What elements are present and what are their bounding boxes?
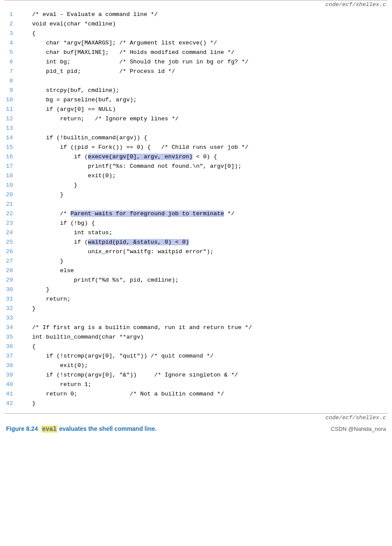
line-content: exit(0); bbox=[18, 361, 392, 370]
line-number: 25 bbox=[0, 239, 18, 245]
line-content: strcpy(buf, cmdline); bbox=[18, 86, 392, 95]
line-number: 5 bbox=[0, 49, 18, 56]
line-content: return 1; bbox=[18, 380, 392, 389]
line-number: 34 bbox=[0, 324, 18, 331]
line-content: if (!bg) { bbox=[18, 219, 392, 228]
line-content: void eval(char *cmdline) bbox=[18, 20, 392, 29]
line-number: 21 bbox=[0, 201, 18, 207]
code-line: 33 bbox=[0, 314, 392, 323]
line-number: 38 bbox=[0, 362, 18, 369]
line-content: /* If first arg is a builtin command, ru… bbox=[18, 323, 392, 333]
line-content: else bbox=[18, 267, 392, 276]
line-number: 26 bbox=[0, 248, 18, 255]
code-line: 5 char buf[MAXLINE]; /* Holds modified c… bbox=[0, 48, 392, 58]
line-content: unix_error("waitfg: waitpid error"); bbox=[18, 248, 392, 257]
code-line: 36 { bbox=[0, 342, 392, 352]
line-content bbox=[18, 314, 392, 323]
code-line: 1 /* eval - Evaluate a command line */ bbox=[0, 10, 392, 20]
line-number: 28 bbox=[0, 267, 18, 274]
line-number: 22 bbox=[0, 210, 18, 217]
line-content: return; bbox=[18, 295, 392, 304]
line-number: 42 bbox=[0, 400, 18, 407]
code-line: 23 if (!bg) { bbox=[0, 219, 392, 229]
highlight-execve: execve(argv[0], argv, environ) bbox=[88, 154, 193, 160]
line-number: 30 bbox=[0, 286, 18, 293]
caption-credit: CSDN @Nahida_nora bbox=[331, 426, 386, 432]
line-number: 39 bbox=[0, 372, 18, 378]
line-content: { bbox=[18, 29, 392, 38]
code-line: 29 printf("%d %s", pid, cmdline); bbox=[0, 276, 392, 286]
line-number: 18 bbox=[0, 173, 18, 179]
line-content: if (!strcmp(argv[0], "quit")) /* quit co… bbox=[18, 352, 392, 361]
file-label-top: code/ecf/shellex.c bbox=[0, 0, 392, 9]
code-line: 35 int builtin_command(char **argv) bbox=[0, 333, 392, 342]
code-line: 30 } bbox=[0, 286, 392, 295]
line-content: } bbox=[18, 191, 392, 200]
line-number: 8 bbox=[0, 78, 18, 84]
code-line: 20 } bbox=[0, 191, 392, 200]
code-line: 39 if (!strcmp(argv[0], "&")) /* Ignore … bbox=[0, 371, 392, 380]
code-line: 27 } bbox=[0, 257, 392, 267]
line-content: { bbox=[18, 342, 392, 351]
line-content: pid_t pid; /* Process id */ bbox=[18, 67, 392, 76]
line-number: 7 bbox=[0, 68, 18, 75]
line-number: 2 bbox=[0, 21, 18, 27]
code-line: 24 int status; bbox=[0, 229, 392, 238]
line-number: 6 bbox=[0, 59, 18, 65]
line-content: int status; bbox=[18, 229, 392, 238]
line-content: exit(0); bbox=[18, 172, 392, 181]
line-number: 24 bbox=[0, 229, 18, 236]
code-line: 16 if (execve(argv[0], argv, environ) < … bbox=[0, 153, 392, 162]
code-line: 41 return 0; /* Not a builtin command */ bbox=[0, 390, 392, 399]
line-number: 1 bbox=[0, 11, 18, 18]
line-number: 13 bbox=[0, 125, 18, 132]
line-content: printf("%d %s", pid, cmdline); bbox=[18, 276, 392, 285]
line-content: } bbox=[18, 181, 392, 190]
line-content: int builtin_command(char **argv) bbox=[18, 333, 392, 342]
code-line: 26 unix_error("waitfg: waitpid error"); bbox=[0, 248, 392, 257]
line-content: printf("%s: Command not found.\n", argv[… bbox=[18, 162, 392, 171]
line-number: 17 bbox=[0, 163, 18, 169]
code-line: 22 /* Parent waits for foreground job to… bbox=[0, 210, 392, 219]
line-number: 41 bbox=[0, 391, 18, 397]
line-content: /* Parent waits for foreground job to te… bbox=[18, 210, 392, 219]
code-line: 14 if (!builtin_command(argv)) { bbox=[0, 134, 392, 143]
line-number: 32 bbox=[0, 305, 18, 312]
code-line: 17 printf("%s: Command not found.\n", ar… bbox=[0, 162, 392, 172]
line-number: 31 bbox=[0, 296, 18, 302]
code-line: 40 return 1; bbox=[0, 380, 392, 390]
line-content: bg = parseline(buf, argv); bbox=[18, 96, 392, 105]
line-number: 15 bbox=[0, 144, 18, 151]
line-number: 40 bbox=[0, 381, 18, 388]
line-number: 4 bbox=[0, 40, 18, 46]
code-line: 9 strcpy(buf, cmdline); bbox=[0, 86, 392, 96]
caption-text: Figure 8.24 eval evaluates the shell com… bbox=[6, 425, 157, 433]
line-number: 16 bbox=[0, 154, 18, 160]
line-number: 33 bbox=[0, 315, 18, 321]
highlight-waitpid: waitpid(pid, &status, 0) < 0) bbox=[88, 239, 189, 245]
line-content: if (waitpid(pid, &status, 0) < 0) bbox=[18, 238, 392, 247]
line-content: } bbox=[18, 304, 392, 314]
code-line: 13 bbox=[0, 124, 392, 134]
page-container: code/ecf/shellex.c 1 /* eval - Evaluate … bbox=[0, 0, 392, 546]
file-label-bottom: code/ecf/shellex.c bbox=[0, 414, 392, 422]
line-content: if (argv[0] == NULL) bbox=[18, 105, 392, 114]
code-line: 34 /* If first arg is a builtin command,… bbox=[0, 323, 392, 333]
code-line: 31 return; bbox=[0, 295, 392, 304]
line-number: 36 bbox=[0, 343, 18, 350]
line-number: 9 bbox=[0, 87, 18, 94]
line-number: 37 bbox=[0, 353, 18, 359]
line-number: 19 bbox=[0, 182, 18, 188]
code-line: 25 if (waitpid(pid, &status, 0) < 0) bbox=[0, 238, 392, 248]
line-number: 12 bbox=[0, 116, 18, 122]
line-content bbox=[18, 200, 392, 209]
code-line: 11 if (argv[0] == NULL) bbox=[0, 105, 392, 115]
line-content: int bg; /* Should the job run in bg or f… bbox=[18, 58, 392, 67]
line-content: /* eval - Evaluate a command line */ bbox=[18, 10, 392, 19]
code-line: 3 { bbox=[0, 29, 392, 39]
code-line: 19 } bbox=[0, 181, 392, 191]
line-content: } bbox=[18, 399, 392, 408]
figure-label: Figure 8.24 bbox=[6, 425, 38, 432]
line-number: 29 bbox=[0, 277, 18, 283]
code-line: 15 if ((pid = Fork()) == 0) { /* Child r… bbox=[0, 143, 392, 153]
